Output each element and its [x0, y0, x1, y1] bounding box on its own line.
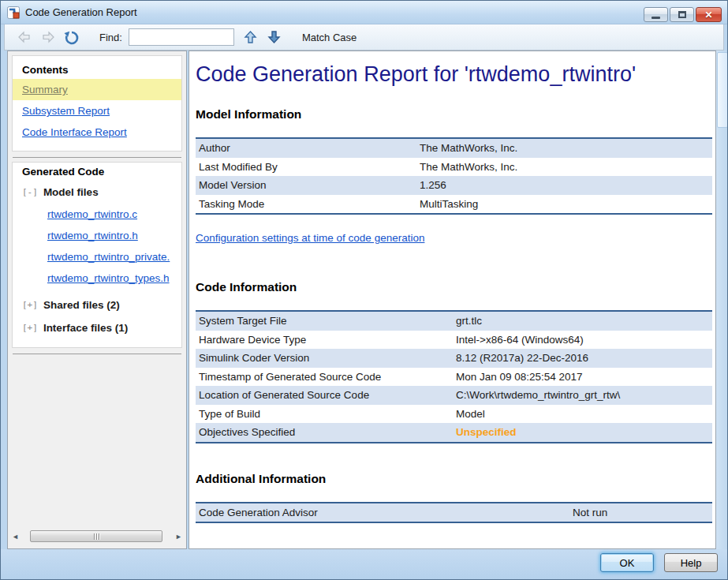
table-row: Code Generation Advisor Not run	[196, 503, 712, 522]
sidebar-separator	[13, 157, 181, 158]
scrollbar-track[interactable]	[22, 529, 172, 543]
close-icon: ✕	[704, 9, 712, 21]
row-value: The MathWorks, Inc.	[420, 142, 712, 154]
find-input[interactable]	[129, 28, 234, 46]
minimize-button[interactable]	[644, 7, 668, 22]
find-previous-button[interactable]	[242, 29, 259, 45]
close-button[interactable]: ✕	[696, 7, 722, 22]
row-label: Code Generation Advisor	[196, 507, 573, 518]
forward-arrow-icon	[40, 31, 56, 43]
row-value: grt.tlc	[456, 315, 712, 327]
expand-toggle-interface-files[interactable]: [+]	[22, 323, 38, 333]
row-value: MultiTasking	[420, 198, 712, 210]
table-row: Objectives Specified Unspecified	[196, 423, 712, 442]
table-row: Tasking Mode MultiTasking	[196, 195, 712, 214]
row-label: Last Modified By	[196, 161, 420, 173]
find-label: Find:	[99, 32, 122, 43]
report-app-icon	[7, 6, 21, 19]
row-label: Author	[196, 142, 420, 154]
row-label: Hardware Device Type	[196, 334, 456, 346]
row-value: The MathWorks, Inc.	[420, 161, 712, 173]
contents-heading: Contents	[13, 62, 181, 79]
back-arrow-icon	[17, 31, 32, 43]
row-label: Objectives Specified	[196, 426, 456, 438]
find-toolbar: Find: Match Case	[4, 24, 724, 51]
file-link-rtwdemo-rtwintro-private-h[interactable]: rtwdemo_rtwintro_private.	[13, 246, 181, 268]
file-link-rtwdemo-rtwintro-h[interactable]: rtwdemo_rtwintro.h	[13, 225, 181, 246]
row-label: Tasking Mode	[196, 198, 420, 210]
code-information-table: System Target File grt.tlc Hardware Devi…	[196, 310, 712, 443]
tree-group-interface-files: Interface files (1)	[43, 322, 128, 334]
back-button[interactable]	[16, 29, 33, 45]
generated-code-heading: Generated Code	[13, 164, 181, 181]
ok-button[interactable]: OK	[600, 553, 654, 572]
contents-sidebar: Contents Summary Subsystem Report Code I…	[7, 51, 187, 549]
match-case-toggle[interactable]: Match Case	[302, 32, 357, 43]
scrollbar-grip	[94, 533, 95, 540]
tree-group-model-files: Model files	[43, 186, 99, 198]
row-value: 1.256	[420, 179, 712, 191]
collapse-toggle-model-files[interactable]: [-]	[22, 187, 38, 197]
maximize-icon	[678, 11, 686, 18]
spacer	[196, 443, 712, 472]
sidebar-item-subsystem-report[interactable]: Subsystem Report	[13, 100, 181, 122]
table-row: Location of Generated Source Code C:\Wor…	[196, 386, 712, 405]
row-value: Not run	[573, 507, 712, 518]
sidebar-separator	[13, 354, 181, 354]
refresh-icon	[64, 30, 80, 45]
tree-group-shared-files: Shared files (2)	[43, 299, 120, 311]
table-row: Simulink Coder Version 8.12 (R2017a) 22-…	[196, 349, 712, 368]
report-title: Code Generation Report for 'rtwdemo_rtwi…	[196, 62, 712, 87]
scrollbar-thumb[interactable]	[30, 530, 162, 542]
row-label: Simulink Coder Version	[196, 352, 456, 364]
window-title: Code Generation Report	[25, 6, 137, 18]
up-arrow-icon	[244, 30, 257, 44]
additional-information-heading: Additional Information	[196, 472, 712, 486]
row-label: System Target File	[196, 315, 456, 327]
dialog-footer: OK Help	[1, 549, 727, 579]
refresh-button[interactable]	[63, 29, 80, 45]
sidebar-horizontal-scrollbar: ◄ ►	[9, 529, 185, 543]
spacer	[196, 244, 712, 280]
row-value: C:\Work\rtwdemo_rtwintro_grt_rtw\	[456, 389, 712, 401]
main-vertical-scrollbar[interactable]	[716, 51, 728, 549]
table-row: Author The MathWorks, Inc.	[196, 139, 712, 158]
sidebar-item-code-interface-report[interactable]: Code Interface Report	[13, 122, 181, 143]
table-row: System Target File grt.tlc	[196, 312, 712, 331]
maximize-button[interactable]	[670, 7, 694, 22]
code-information-heading: Code Information	[196, 280, 712, 294]
row-label: Timestamp of Generated Source Code	[196, 371, 456, 383]
row-value: 8.12 (R2017a) 22-Dec-2016	[456, 352, 712, 364]
sidebar-item-summary[interactable]: Summary	[13, 79, 181, 100]
table-row: Timestamp of Generated Source Code Mon J…	[196, 368, 712, 387]
file-link-rtwdemo-rtwintro-types-h[interactable]: rtwdemo_rtwintro_types.h	[13, 268, 181, 289]
configuration-settings-link[interactable]: Configuration settings at time of code g…	[196, 232, 424, 244]
row-value: Model	[456, 408, 712, 420]
minimize-icon	[651, 17, 660, 19]
row-value: Intel->x86-64 (Windows64)	[456, 334, 712, 346]
file-link-rtwdemo-rtwintro-c[interactable]: rtwdemo_rtwintro.c	[13, 204, 181, 225]
model-information-heading: Model Information	[196, 107, 712, 122]
row-label: Location of Generated Source Code	[196, 389, 456, 401]
additional-information-table: Code Generation Advisor Not run	[196, 502, 712, 524]
code-generation-report-window: Code Generation Report ✕ Find:	[0, 0, 728, 580]
down-arrow-icon	[267, 30, 281, 44]
objectives-status-value: Unspecified	[456, 426, 712, 438]
scrollbar-grip	[96, 533, 97, 540]
contents-box: Contents Summary Subsystem Report Code I…	[12, 55, 182, 152]
find-next-button[interactable]	[266, 29, 283, 45]
table-row: Type of Build Model	[196, 405, 712, 424]
model-information-table: Author The MathWorks, Inc. Last Modified…	[196, 137, 712, 215]
scroll-left-button[interactable]: ◄	[9, 529, 22, 543]
expand-toggle-shared-files[interactable]: [+]	[22, 300, 38, 310]
row-label: Model Version	[196, 179, 420, 191]
table-row: Last Modified By The MathWorks, Inc.	[196, 158, 712, 177]
help-button[interactable]: Help	[664, 553, 718, 572]
forward-button[interactable]	[39, 29, 57, 45]
row-label: Type of Build	[196, 408, 456, 420]
titlebar: Code Generation Report ✕	[1, 1, 727, 24]
row-value: Mon Jan 09 08:25:54 2017	[456, 371, 712, 383]
scroll-right-button[interactable]: ►	[172, 529, 185, 543]
scrollbar-thumb[interactable]	[717, 52, 728, 128]
table-row: Hardware Device Type Intel->x86-64 (Wind…	[196, 331, 712, 350]
